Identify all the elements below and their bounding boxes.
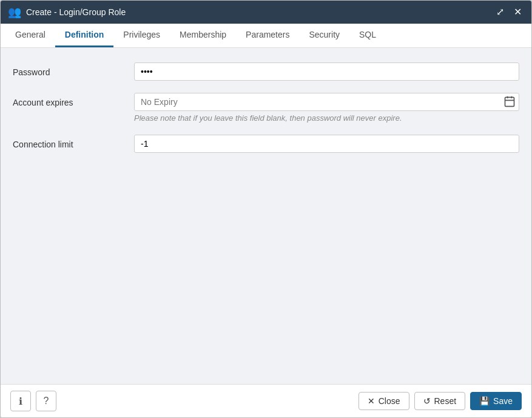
password-field [134, 62, 519, 81]
save-icon: 💾 [479, 396, 490, 406]
calendar-icon-button[interactable] [503, 95, 516, 109]
tab-content: Password Account expires [1, 48, 531, 384]
account-expires-label: Account expires [13, 93, 134, 107]
reset-label: Reset [434, 396, 457, 406]
titlebar-actions: ⤢ ✕ [494, 6, 524, 18]
tab-parameters[interactable]: Parameters [236, 24, 299, 47]
tab-privileges[interactable]: Privileges [113, 24, 170, 47]
password-row: Password [13, 62, 519, 81]
connection-limit-field [134, 135, 519, 153]
help-button[interactable]: ? [36, 391, 56, 411]
connection-limit-row: Connection limit [13, 135, 519, 153]
dialog: 👥 Create - Login/Group Role ⤢ ✕ General … [0, 0, 532, 418]
titlebar: 👥 Create - Login/Group Role ⤢ ✕ [1, 1, 531, 24]
account-expires-row: Account expires Please note that if you … [13, 93, 519, 123]
account-expires-input[interactable] [134, 93, 519, 111]
account-expires-field: Please note that if you leave this field… [134, 93, 519, 123]
date-wrapper [134, 93, 519, 111]
footer: ℹ ? ✕ Close ↺ Reset 💾 Save [1, 384, 531, 417]
footer-right: ✕ Close ↺ Reset 💾 Save [359, 392, 522, 410]
help-icon: ? [44, 396, 49, 406]
tab-security[interactable]: Security [299, 24, 349, 47]
maximize-button[interactable]: ⤢ [494, 6, 507, 18]
svg-rect-0 [505, 97, 514, 106]
tab-sql[interactable]: SQL [349, 24, 386, 47]
titlebar-left: 👥 Create - Login/Group Role [8, 5, 126, 19]
save-label: Save [493, 396, 513, 406]
info-icon: ℹ [19, 396, 22, 407]
calendar-icon [503, 95, 516, 107]
password-label: Password [13, 62, 134, 77]
close-titlebar-button[interactable]: ✕ [511, 6, 524, 18]
reset-button[interactable]: ↺ Reset [414, 392, 466, 410]
tab-general[interactable]: General [5, 24, 55, 47]
connection-limit-label: Connection limit [13, 135, 134, 149]
close-x-icon: ✕ [368, 396, 375, 406]
dialog-title: Create - Login/Group Role [26, 7, 126, 17]
account-expires-hint: Please note that if you leave this field… [134, 113, 519, 123]
user-group-icon: 👥 [8, 5, 21, 19]
tab-bar: General Definition Privileges Membership… [1, 24, 531, 48]
password-input[interactable] [134, 62, 519, 81]
footer-left: ℹ ? [10, 391, 56, 411]
save-button[interactable]: 💾 Save [470, 392, 522, 410]
tab-definition[interactable]: Definition [55, 24, 114, 47]
info-button[interactable]: ℹ [10, 391, 31, 411]
close-label: Close [379, 396, 400, 406]
connection-limit-input[interactable] [134, 135, 519, 153]
reset-icon: ↺ [423, 396, 431, 406]
tab-membership[interactable]: Membership [170, 24, 236, 47]
close-button[interactable]: ✕ Close [359, 392, 409, 410]
